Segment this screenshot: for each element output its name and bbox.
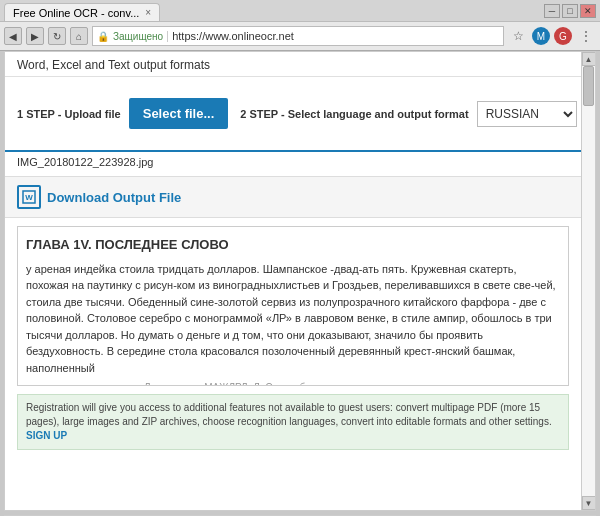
output-text-extra: наполнителен, наполнен Лужи поле и МАЖЛР… bbox=[26, 380, 560, 386]
download-section: W Download Output File bbox=[5, 176, 581, 218]
select-file-btn[interactable]: Select file... bbox=[129, 98, 229, 129]
address-bar-row: ◀ ▶ ↻ ⌂ 🔒 Защищено https://www.onlineocr… bbox=[0, 22, 600, 50]
language-select[interactable]: RUSSIAN ENGLISH GERMAN FRENCH bbox=[477, 101, 577, 127]
profile-icon[interactable]: M bbox=[532, 27, 550, 45]
maximize-btn[interactable]: □ bbox=[562, 4, 578, 18]
toolbar-icons: ☆ M G ⋮ bbox=[508, 26, 596, 46]
lock-icon: 🔒 bbox=[97, 31, 109, 42]
window-controls: ─ □ ✕ bbox=[544, 4, 596, 18]
title-bar: Free Online OCR - conv... × ─ □ ✕ bbox=[0, 0, 600, 22]
tab-area: Free Online OCR - conv... × bbox=[4, 0, 544, 21]
download-link[interactable]: Download Output File bbox=[47, 190, 181, 205]
back-btn[interactable]: ◀ bbox=[4, 27, 22, 45]
file-name: IMG_20180122_223928.jpg bbox=[5, 152, 581, 176]
steps-section: 1 STEP - Upload file Select file... 2 ST… bbox=[5, 77, 581, 152]
url-text: https://www.onlineocr.net bbox=[172, 30, 294, 42]
output-text: у ареная индейка стоила тридцать долларо… bbox=[26, 261, 560, 377]
browser-tab[interactable]: Free Online OCR - conv... × bbox=[4, 3, 160, 21]
close-btn[interactable]: ✕ bbox=[580, 4, 596, 18]
menu-icon[interactable]: ⋮ bbox=[576, 26, 596, 46]
minimize-btn[interactable]: ─ bbox=[544, 4, 560, 18]
sign-up-link[interactable]: SIGN UP bbox=[26, 430, 67, 441]
scroll-thumb[interactable] bbox=[583, 66, 594, 106]
avatar-icon[interactable]: G bbox=[554, 27, 572, 45]
tab-title: Free Online OCR - conv... bbox=[13, 7, 139, 19]
refresh-btn[interactable]: ↻ bbox=[48, 27, 66, 45]
page-header-text: Word, Excel and Text output formats bbox=[5, 52, 581, 77]
output-title: ГЛАВА 1V. ПОСЛЕДНЕЕ СЛОВО bbox=[26, 235, 560, 255]
page-wrapper: Word, Excel and Text output formats 1 ST… bbox=[4, 51, 596, 511]
scroll-track[interactable] bbox=[582, 66, 595, 496]
page-content: Word, Excel and Text output formats 1 ST… bbox=[5, 52, 581, 510]
scroll-up-btn[interactable]: ▲ bbox=[582, 52, 596, 66]
scroll-down-btn[interactable]: ▼ bbox=[582, 496, 596, 510]
registration-text: Registration will give you access to add… bbox=[26, 402, 552, 427]
step1-label: 1 STEP - Upload file bbox=[17, 108, 121, 120]
browser-chrome: Free Online OCR - conv... × ─ □ ✕ ◀ ▶ ↻ … bbox=[0, 0, 600, 51]
svg-text:W: W bbox=[25, 193, 33, 202]
download-icon: W bbox=[17, 185, 41, 209]
registration-notice: Registration will give you access to add… bbox=[17, 394, 569, 450]
secure-label: Защищено bbox=[113, 31, 168, 42]
forward-btn[interactable]: ▶ bbox=[26, 27, 44, 45]
step2-label: 2 STEP - Select language and output form… bbox=[240, 108, 468, 120]
step2-group: 2 STEP - Select language and output form… bbox=[240, 101, 581, 127]
right-scrollbar: ▲ ▼ bbox=[581, 52, 595, 510]
address-box[interactable]: 🔒 Защищено https://www.onlineocr.net bbox=[92, 26, 504, 46]
step1-group: 1 STEP - Upload file Select file... bbox=[17, 98, 228, 129]
output-area: ГЛАВА 1V. ПОСЛЕДНЕЕ СЛОВО у ареная индей… bbox=[17, 226, 569, 386]
tab-close-btn[interactable]: × bbox=[145, 7, 151, 18]
home-btn[interactable]: ⌂ bbox=[70, 27, 88, 45]
star-icon[interactable]: ☆ bbox=[508, 26, 528, 46]
